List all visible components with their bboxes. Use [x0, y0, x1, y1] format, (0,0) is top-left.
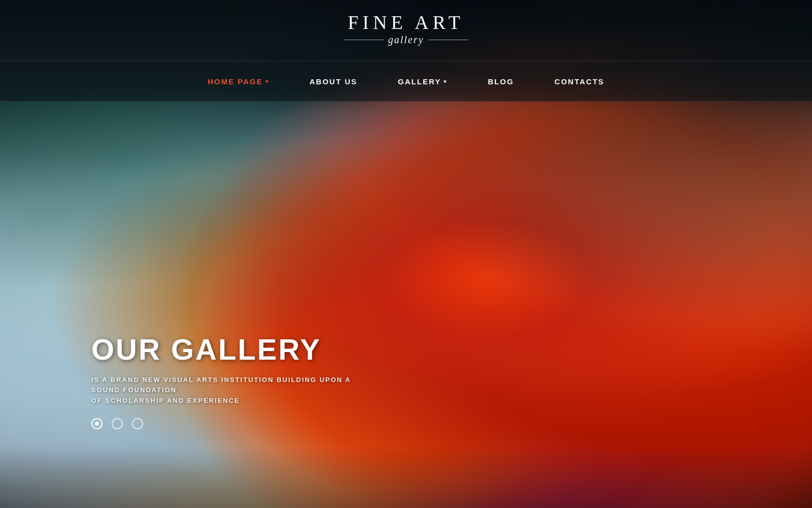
main-navigation: HOME PAGE ▾ ABOUT US GALLERY ▾ BLOG CONT…	[0, 61, 812, 102]
hero-subtitle-line2: OF SCHOLARSHIP AND EXPERIENCE	[91, 397, 240, 404]
nav-label-gallery: GALLERY	[398, 77, 441, 86]
divider-left	[344, 40, 384, 40]
hero-subtitle-line1: IS A BRAND NEW VISUAL ARTS INSTITUTION B…	[91, 376, 351, 394]
nav-label-about: ABOUT US	[310, 77, 357, 86]
slide-indicator-2[interactable]	[112, 418, 123, 429]
slide-indicators	[91, 418, 143, 429]
page-wrapper: FINE ART gallery HOME PAGE ▾ ABOUT US GA…	[0, 0, 812, 508]
slide-indicator-3[interactable]	[132, 418, 143, 429]
nav-item-home[interactable]: HOME PAGE ▾	[208, 77, 269, 86]
chevron-down-icon-gallery: ▾	[444, 79, 447, 84]
chevron-down-icon: ▾	[265, 79, 269, 84]
nav-label-blog: BLOG	[488, 77, 514, 86]
site-subtitle: gallery	[388, 34, 424, 46]
site-title: FINE ART	[344, 13, 469, 32]
nav-label-contacts: CONTACTS	[555, 77, 604, 86]
nav-label-home: HOME PAGE	[208, 77, 263, 86]
logo-area: FINE ART gallery	[344, 13, 469, 47]
nav-item-blog[interactable]: BLOG	[488, 77, 514, 86]
divider-right	[428, 40, 468, 40]
nav-item-contacts[interactable]: CONTACTS	[555, 77, 604, 86]
hero-content: OUR GALLERY IS A BRAND NEW VISUAL ARTS I…	[91, 333, 365, 406]
slide-indicator-1[interactable]	[91, 418, 103, 429]
nav-item-about[interactable]: ABOUT US	[310, 77, 357, 86]
logo-divider: gallery	[344, 34, 469, 46]
nav-item-gallery[interactable]: GALLERY ▾	[398, 77, 447, 86]
hero-subtitle: IS A BRAND NEW VISUAL ARTS INSTITUTION B…	[91, 375, 365, 406]
hero-title: OUR GALLERY	[91, 333, 365, 366]
